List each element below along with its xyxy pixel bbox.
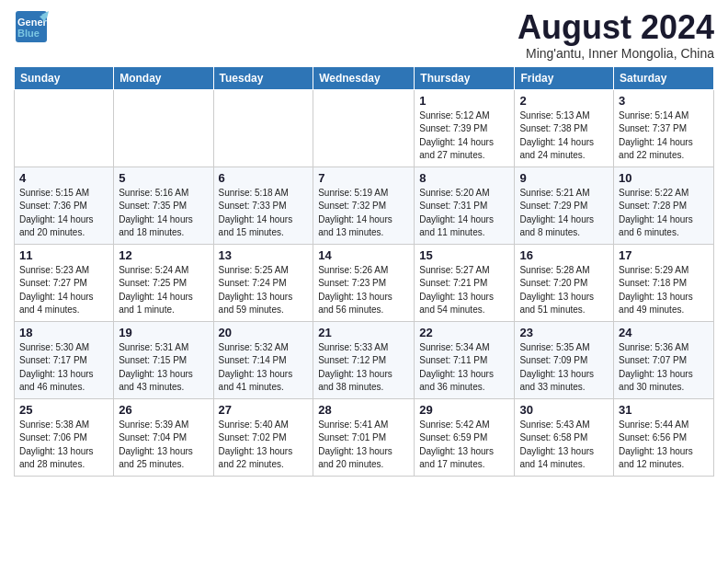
logo-text: General Blue <box>14 9 49 44</box>
calendar-cell: 9Sunrise: 5:21 AM Sunset: 7:29 PM Daylig… <box>515 167 614 244</box>
day-info: Sunrise: 5:19 AM Sunset: 7:32 PM Dayligh… <box>318 187 409 240</box>
day-number: 2 <box>519 94 609 108</box>
calendar-cell <box>114 89 213 167</box>
day-number: 1 <box>419 94 509 108</box>
day-info: Sunrise: 5:40 AM Sunset: 7:02 PM Dayligh… <box>219 419 309 472</box>
day-info: Sunrise: 5:30 AM Sunset: 7:17 PM Dayligh… <box>19 341 108 395</box>
day-number: 18 <box>19 326 108 339</box>
day-number: 13 <box>219 248 309 262</box>
calendar-cell: 26Sunrise: 5:39 AM Sunset: 7:04 PM Dayli… <box>114 398 213 476</box>
day-number: 30 <box>519 403 609 417</box>
calendar-cell: 14Sunrise: 5:26 AM Sunset: 7:23 PM Dayli… <box>313 244 415 321</box>
calendar-cell: 15Sunrise: 5:27 AM Sunset: 7:21 PM Dayli… <box>415 244 515 321</box>
calendar-week-row: 18Sunrise: 5:30 AM Sunset: 7:17 PM Dayli… <box>15 321 714 398</box>
day-number: 19 <box>119 326 208 339</box>
calendar-cell: 18Sunrise: 5:30 AM Sunset: 7:17 PM Dayli… <box>15 321 114 398</box>
day-number: 25 <box>19 403 108 417</box>
day-info: Sunrise: 5:42 AM Sunset: 6:59 PM Dayligh… <box>419 419 509 472</box>
day-info: Sunrise: 5:15 AM Sunset: 7:36 PM Dayligh… <box>19 187 108 240</box>
day-info: Sunrise: 5:14 AM Sunset: 7:37 PM Dayligh… <box>619 109 709 163</box>
day-number: 23 <box>519 326 609 339</box>
day-info: Sunrise: 5:32 AM Sunset: 7:14 PM Dayligh… <box>219 341 309 395</box>
day-number: 16 <box>519 248 609 262</box>
day-info: Sunrise: 5:22 AM Sunset: 7:28 PM Dayligh… <box>619 187 709 240</box>
weekday-header-wednesday: Wednesday <box>313 66 415 89</box>
day-number: 7 <box>318 171 409 185</box>
day-number: 5 <box>119 171 208 185</box>
calendar-cell <box>15 89 114 167</box>
day-info: Sunrise: 5:43 AM Sunset: 6:58 PM Dayligh… <box>519 419 609 472</box>
day-info: Sunrise: 5:12 AM Sunset: 7:39 PM Dayligh… <box>419 109 509 163</box>
day-number: 27 <box>219 403 309 417</box>
calendar-cell: 19Sunrise: 5:31 AM Sunset: 7:15 PM Dayli… <box>114 321 213 398</box>
logo-icon: General Blue <box>14 9 49 44</box>
calendar-cell: 17Sunrise: 5:29 AM Sunset: 7:18 PM Dayli… <box>614 244 714 321</box>
day-number: 15 <box>419 248 509 262</box>
calendar-week-row: 25Sunrise: 5:38 AM Sunset: 7:06 PM Dayli… <box>15 398 714 476</box>
day-number: 28 <box>318 403 409 417</box>
calendar-cell: 4Sunrise: 5:15 AM Sunset: 7:36 PM Daylig… <box>15 167 114 244</box>
calendar-cell: 5Sunrise: 5:16 AM Sunset: 7:35 PM Daylig… <box>114 167 213 244</box>
day-info: Sunrise: 5:39 AM Sunset: 7:04 PM Dayligh… <box>119 419 208 472</box>
day-number: 14 <box>318 248 409 262</box>
day-number: 10 <box>619 171 709 185</box>
day-number: 3 <box>619 94 709 108</box>
calendar-cell: 3Sunrise: 5:14 AM Sunset: 7:37 PM Daylig… <box>614 89 714 167</box>
calendar-cell: 12Sunrise: 5:24 AM Sunset: 7:25 PM Dayli… <box>114 244 213 321</box>
day-info: Sunrise: 5:28 AM Sunset: 7:20 PM Dayligh… <box>519 264 609 317</box>
location-subtitle: Ming'antu, Inner Mongolia, China <box>518 46 714 61</box>
calendar-week-row: 1Sunrise: 5:12 AM Sunset: 7:39 PM Daylig… <box>15 89 714 167</box>
calendar-week-row: 4Sunrise: 5:15 AM Sunset: 7:36 PM Daylig… <box>15 167 714 244</box>
weekday-header-tuesday: Tuesday <box>213 66 313 89</box>
day-number: 8 <box>419 171 509 185</box>
day-info: Sunrise: 5:29 AM Sunset: 7:18 PM Dayligh… <box>619 264 709 317</box>
day-info: Sunrise: 5:24 AM Sunset: 7:25 PM Dayligh… <box>119 264 208 317</box>
day-number: 4 <box>19 171 108 185</box>
calendar-cell: 28Sunrise: 5:41 AM Sunset: 7:01 PM Dayli… <box>313 398 415 476</box>
day-number: 29 <box>419 403 509 417</box>
weekday-header-sunday: Sunday <box>15 66 114 89</box>
calendar-cell: 8Sunrise: 5:20 AM Sunset: 7:31 PM Daylig… <box>415 167 515 244</box>
calendar-cell: 27Sunrise: 5:40 AM Sunset: 7:02 PM Dayli… <box>213 398 313 476</box>
day-info: Sunrise: 5:18 AM Sunset: 7:33 PM Dayligh… <box>219 187 309 240</box>
day-number: 21 <box>318 326 409 339</box>
day-number: 20 <box>219 326 309 339</box>
day-number: 22 <box>419 326 509 339</box>
day-info: Sunrise: 5:13 AM Sunset: 7:38 PM Dayligh… <box>519 109 609 163</box>
weekday-header-monday: Monday <box>114 66 213 89</box>
day-info: Sunrise: 5:20 AM Sunset: 7:31 PM Dayligh… <box>419 187 509 240</box>
calendar-cell: 20Sunrise: 5:32 AM Sunset: 7:14 PM Dayli… <box>213 321 313 398</box>
calendar-cell: 23Sunrise: 5:35 AM Sunset: 7:09 PM Dayli… <box>515 321 614 398</box>
day-number: 31 <box>619 403 709 417</box>
day-number: 11 <box>19 248 108 262</box>
logo: General Blue <box>14 9 49 44</box>
day-info: Sunrise: 5:25 AM Sunset: 7:24 PM Dayligh… <box>219 264 309 317</box>
day-number: 26 <box>119 403 208 417</box>
day-info: Sunrise: 5:23 AM Sunset: 7:27 PM Dayligh… <box>19 264 108 317</box>
calendar-cell: 21Sunrise: 5:33 AM Sunset: 7:12 PM Dayli… <box>313 321 415 398</box>
day-info: Sunrise: 5:21 AM Sunset: 7:29 PM Dayligh… <box>519 187 609 240</box>
day-info: Sunrise: 5:34 AM Sunset: 7:11 PM Dayligh… <box>419 341 509 395</box>
day-info: Sunrise: 5:44 AM Sunset: 6:56 PM Dayligh… <box>619 419 709 472</box>
calendar-cell: 1Sunrise: 5:12 AM Sunset: 7:39 PM Daylig… <box>415 89 515 167</box>
calendar-cell: 31Sunrise: 5:44 AM Sunset: 6:56 PM Dayli… <box>614 398 714 476</box>
title-area: August 2024 Ming'antu, Inner Mongolia, C… <box>518 9 714 61</box>
calendar-week-row: 11Sunrise: 5:23 AM Sunset: 7:27 PM Dayli… <box>15 244 714 321</box>
weekday-header-row: SundayMondayTuesdayWednesdayThursdayFrid… <box>15 66 714 89</box>
day-info: Sunrise: 5:27 AM Sunset: 7:21 PM Dayligh… <box>419 264 509 317</box>
calendar-cell: 24Sunrise: 5:36 AM Sunset: 7:07 PM Dayli… <box>614 321 714 398</box>
svg-text:Blue: Blue <box>17 28 40 39</box>
day-number: 6 <box>219 171 309 185</box>
calendar-cell <box>313 89 415 167</box>
calendar-cell: 16Sunrise: 5:28 AM Sunset: 7:20 PM Dayli… <box>515 244 614 321</box>
calendar-table: SundayMondayTuesdayWednesdayThursdayFrid… <box>14 66 714 477</box>
calendar-cell: 25Sunrise: 5:38 AM Sunset: 7:06 PM Dayli… <box>15 398 114 476</box>
weekday-header-thursday: Thursday <box>415 66 515 89</box>
calendar-cell: 22Sunrise: 5:34 AM Sunset: 7:11 PM Dayli… <box>415 321 515 398</box>
day-info: Sunrise: 5:16 AM Sunset: 7:35 PM Dayligh… <box>119 187 208 240</box>
calendar-cell <box>213 89 313 167</box>
day-info: Sunrise: 5:35 AM Sunset: 7:09 PM Dayligh… <box>519 341 609 395</box>
day-info: Sunrise: 5:33 AM Sunset: 7:12 PM Dayligh… <box>318 341 409 395</box>
calendar-cell: 13Sunrise: 5:25 AM Sunset: 7:24 PM Dayli… <box>213 244 313 321</box>
weekday-header-friday: Friday <box>515 66 614 89</box>
